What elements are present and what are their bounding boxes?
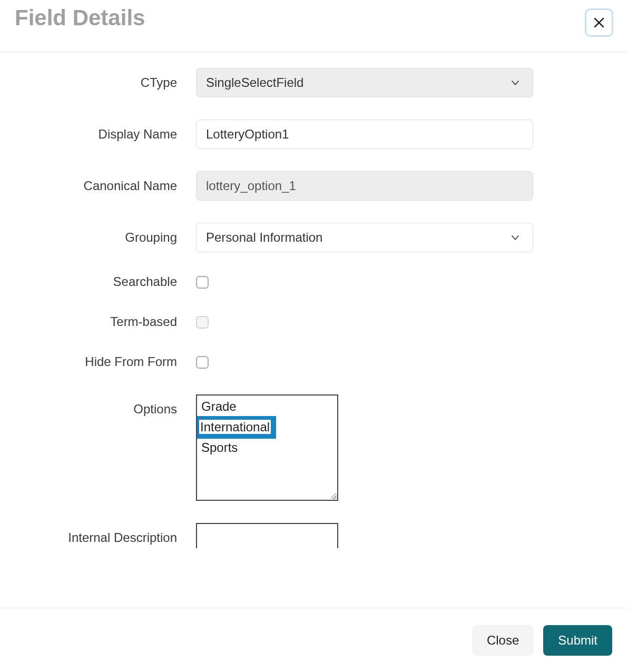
label-display-name: Display Name bbox=[15, 120, 196, 142]
label-grouping: Grouping bbox=[15, 223, 196, 245]
modal-header: Field Details bbox=[0, 0, 628, 52]
internal-description-textarea[interactable] bbox=[196, 523, 338, 548]
chevron-down-icon bbox=[509, 232, 521, 243]
submit-button[interactable]: Submit bbox=[543, 625, 612, 656]
label-hide-from-form: Hide From Form bbox=[15, 354, 196, 369]
close-icon bbox=[592, 16, 606, 29]
form-body: CType SingleSelectField Display Name Can… bbox=[0, 52, 628, 611]
option-line[interactable]: Grade bbox=[198, 398, 240, 416]
row-searchable: Searchable bbox=[15, 274, 613, 289]
ctype-select[interactable]: SingleSelectField bbox=[196, 68, 533, 97]
close-button[interactable]: Close bbox=[472, 625, 534, 656]
row-canonical-name: Canonical Name bbox=[15, 171, 613, 201]
row-term-based: Term-based bbox=[15, 314, 613, 329]
row-grouping: Grouping Personal Information bbox=[15, 223, 613, 252]
resize-handle-icon bbox=[329, 491, 336, 499]
page-title: Field Details bbox=[15, 5, 145, 31]
label-ctype: CType bbox=[15, 68, 196, 90]
label-canonical-name: Canonical Name bbox=[15, 171, 196, 193]
grouping-select[interactable]: Personal Information bbox=[196, 223, 533, 252]
hide-from-form-checkbox[interactable] bbox=[196, 356, 209, 369]
row-ctype: CType SingleSelectField bbox=[15, 68, 613, 97]
canonical-name-input bbox=[196, 171, 533, 201]
option-line[interactable]: Sports bbox=[198, 439, 241, 457]
chevron-down-icon bbox=[509, 77, 521, 88]
display-name-input[interactable] bbox=[196, 120, 533, 149]
label-term-based: Term-based bbox=[15, 314, 196, 329]
searchable-checkbox[interactable] bbox=[196, 276, 209, 289]
row-internal-description: Internal Description bbox=[15, 523, 613, 548]
row-display-name: Display Name bbox=[15, 120, 613, 149]
grouping-value: Personal Information bbox=[206, 230, 322, 245]
label-searchable: Searchable bbox=[15, 274, 196, 289]
options-textarea[interactable]: GradeInternationalSports bbox=[196, 394, 338, 501]
close-icon-button[interactable] bbox=[585, 8, 613, 37]
row-hide-from-form: Hide From Form bbox=[15, 354, 613, 369]
modal-footer: Close Submit bbox=[0, 608, 628, 672]
option-line[interactable]: International bbox=[196, 416, 276, 439]
term-based-checkbox bbox=[196, 316, 209, 329]
label-internal-description: Internal Description bbox=[15, 523, 196, 545]
ctype-value: SingleSelectField bbox=[206, 75, 303, 90]
label-options: Options bbox=[15, 394, 196, 417]
row-options: Options GradeInternationalSports bbox=[15, 394, 613, 501]
